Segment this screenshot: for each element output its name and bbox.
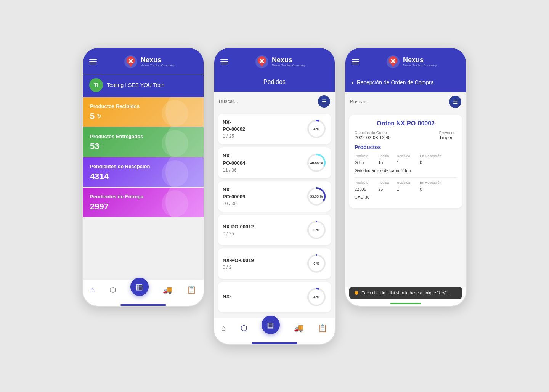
nexus-logo-svg-s3 (386, 55, 400, 69)
filter-button-s3[interactable]: ☰ (449, 96, 461, 108)
nav-truck-s2[interactable]: 🚚 (294, 323, 303, 333)
nexus-logo-svg-s2 (255, 55, 269, 69)
order-id-5: NX- (223, 293, 307, 300)
screen2-header: Nexus Nexus Trading Company (214, 48, 335, 74)
progress-label-1: 30.55 % (310, 161, 323, 165)
hamburger-icon-s2[interactable] (220, 59, 228, 64)
order-info-0: NX-PO-00002 1 / 25 (223, 119, 307, 139)
logo-area: Nexus Nexus Trading Company (101, 55, 197, 69)
card-blob2 (162, 100, 188, 127)
back-arrow-icon[interactable]: ‹ (352, 79, 354, 87)
search-bar-row-s2: ☰ (214, 92, 335, 111)
logo-text-s2: Nexus Nexus Trading Company (272, 56, 305, 67)
progress-label-2: 33.33 % (310, 194, 323, 198)
screen2-frame: Nexus Nexus Trading Company Pedidos ☰ NX… (214, 47, 336, 345)
stat-card-pendientes-recepcion[interactable]: Pendientes de Recepción 4314 (83, 157, 204, 187)
nav-clipboard-s2[interactable]: 📋 (318, 323, 327, 333)
order-qty-1: 11 / 36 (223, 167, 307, 173)
product-table-2: Producto Pedida Recibida En Recepción 22… (355, 180, 457, 202)
product-code-0: GT-5 (355, 159, 378, 166)
back-header: ‹ Recepción de Orden de Compra (345, 74, 466, 92)
product-en-recepcion-1: 0 (420, 185, 457, 193)
order-card-1[interactable]: NX-PO-00004 11 / 36 30.55 % (218, 147, 331, 178)
card-blob2 (162, 190, 188, 217)
screen2-title-bar: Pedidos (214, 74, 335, 92)
order-meta-row: Creación de Orden 2022-02-08 12:40 Prove… (355, 131, 457, 140)
progress-circle-2: 33.33 % (307, 186, 326, 206)
hamburger-icon-s3[interactable] (352, 59, 359, 64)
nav-box-s2[interactable]: ⬡ (241, 323, 247, 333)
order-info-2: NX-PO-00009 10 / 30 (223, 186, 307, 206)
clipboard-icon: 📋 (187, 285, 196, 294)
filter-button-s2[interactable]: ☰ (318, 95, 330, 108)
order-card-2[interactable]: NX-PO-00009 10 / 30 33.33 % (218, 181, 331, 212)
product-name-row-0: Gato hidráulico de patín, 2 ton (355, 166, 457, 175)
screen3-header: Nexus Nexus Trading Company (345, 48, 466, 74)
bottom-nav: ⌂ ⬡ ▦ 🚚 📋 (83, 280, 204, 301)
avatar: TI (89, 78, 103, 92)
order-qty-2: 10 / 30 (223, 201, 307, 206)
svg-point-1 (129, 60, 132, 63)
product-name-0: Gato hidráulico de patín, 2 ton (355, 168, 457, 174)
order-id-0: NX-PO-00002 (223, 119, 307, 133)
toast-dot (355, 291, 358, 295)
logo-area-s3: Nexus Nexus Trading Company (363, 55, 460, 69)
col-header-pedida: Pedida (378, 153, 396, 159)
nav-qr-button-s2[interactable]: ▦ (262, 316, 280, 334)
order-card-5[interactable]: NX- 4 % (218, 282, 331, 312)
detail-search-row: ☰ (345, 92, 466, 112)
supplier-value: Truper (439, 135, 457, 140)
logo-area-s2: Nexus Nexus Trading Company (232, 55, 329, 69)
back-title: Recepción de Orden de Compra (357, 79, 434, 85)
nav-indicator-bar-s2 (252, 342, 297, 344)
qr-icon-s2: ▦ (267, 320, 274, 329)
orders-list: NX-PO-00002 1 / 25 4 % NX-PO-00004 11 / … (214, 111, 335, 318)
col-header-producto: Producto (355, 153, 378, 159)
order-info-1: NX-PO-00004 11 / 36 (223, 153, 307, 172)
order-card-0[interactable]: NX-PO-00002 1 / 25 4 % (218, 114, 331, 144)
hamburger-icon[interactable] (89, 59, 97, 64)
col-header-en-recepcion-2: En Recepción (420, 180, 457, 185)
toast-bar: Each child in a list should have a uniqu… (349, 287, 462, 299)
home-icon: ⌂ (90, 285, 95, 294)
order-info-5: NX- (223, 293, 307, 301)
screen3-frame: Nexus Nexus Trading Company ‹ Recepción … (345, 47, 467, 307)
stat-cards-area: Productos Recibidos 5 ↻ Productos Entreg… (83, 97, 204, 280)
stat-card-pendientes-entrega[interactable]: Pendientes de Entrega 2997 (83, 188, 204, 217)
order-card-4[interactable]: NX-PO-00019 0 / 2 0 % (218, 248, 331, 279)
stat-card-entregados[interactable]: Productos Entregados 53 ↑ (83, 127, 204, 157)
card-blob2 (162, 160, 188, 187)
card-blob2 (162, 130, 188, 157)
toast-message: Each child in a list should have a uniqu… (361, 291, 450, 295)
nav-qr-button[interactable]: ▦ (130, 278, 149, 296)
order-card-3[interactable]: NX-PO-00012 0 / 25 0 % (218, 215, 331, 245)
screen1-frame: Nexus Nexus Trading Company TI Testing I… (82, 47, 204, 307)
nav-box[interactable]: ⬡ (109, 285, 116, 294)
products-section-title: Productos (355, 144, 457, 150)
nav-clipboard[interactable]: 📋 (187, 285, 196, 294)
logo-text-s3: Nexus Nexus Trading Company (403, 56, 437, 67)
user-name: Testing I SEE YOU Tech (107, 82, 164, 88)
filter-icon-s2: ☰ (322, 98, 327, 104)
nav-home-s2[interactable]: ⌂ (222, 324, 226, 333)
progress-circle-5: 4 % (307, 287, 326, 307)
refresh-icon: ↻ (97, 113, 101, 119)
nav-truck[interactable]: 🚚 (163, 285, 172, 294)
product-recibida-0: 1 (397, 159, 420, 166)
order-id-3: NX-PO-00012 (223, 223, 307, 230)
nav-home[interactable]: ⌂ (90, 285, 95, 294)
svg-point-3 (260, 60, 263, 63)
progress-label-3: 0 % (313, 228, 319, 232)
truck-icon: 🚚 (163, 285, 172, 294)
order-id-1: NX-PO-00004 (223, 153, 307, 166)
home-icon-s2: ⌂ (222, 324, 226, 333)
logo-title-s3: Nexus (403, 56, 437, 64)
search-input-s2[interactable] (219, 98, 315, 104)
col-header-recibida-2: Recibida (397, 180, 420, 185)
stat-card-recibidos[interactable]: Productos Recibidos 5 ↻ (83, 97, 204, 127)
screens-container: Nexus Nexus Trading Company TI Testing I… (82, 47, 467, 345)
product-pedida-0: 15 (378, 159, 396, 166)
product-divider (355, 177, 457, 178)
order-id-2: NX-PO-00009 (223, 186, 307, 200)
search-input-s3[interactable] (350, 99, 446, 104)
